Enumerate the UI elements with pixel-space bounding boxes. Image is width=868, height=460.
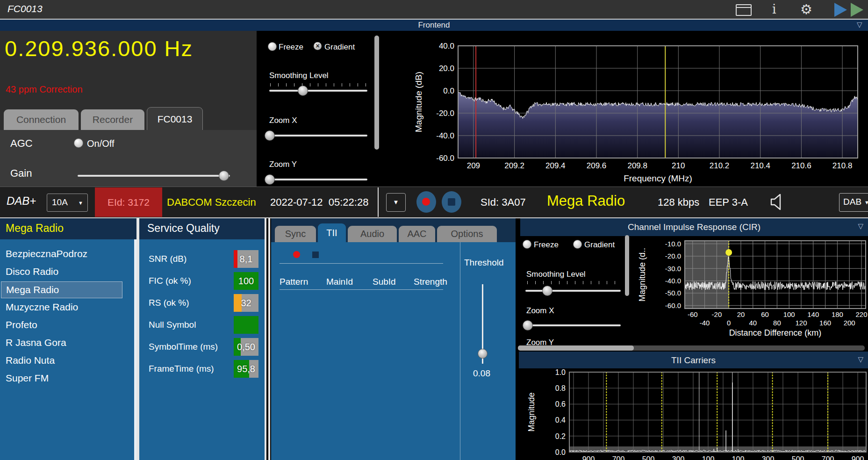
cir-zoom-x-slider-track	[525, 324, 621, 326]
cir-smoothing-slider-track	[525, 290, 621, 292]
svg-text:-10.0: -10.0	[665, 240, 681, 248]
tab-connection[interactable]: Connection	[4, 109, 79, 130]
frontend-header: Frontend ▽	[0, 20, 868, 31]
speaker-icon[interactable]	[769, 193, 784, 211]
agc-option-label: On/Off	[87, 138, 115, 149]
list-item[interactable]: Disco Radio	[3, 264, 123, 280]
window-title: FC0013	[7, 3, 43, 14]
list-item[interactable]: R Jasna Gora	[3, 335, 123, 351]
ensemble-id-badge: EId: 3172	[95, 187, 162, 217]
svg-text:100: 100	[783, 310, 795, 318]
zoom-x-label: Zoom X	[269, 116, 297, 125]
expert-view-icon[interactable]	[736, 4, 752, 16]
svg-text:-40.0: -40.0	[436, 131, 454, 140]
cir-freeze-radio[interactable]	[523, 240, 531, 249]
smoothing-slider-track	[269, 90, 367, 92]
tii-carriers-plot[interactable]: 1.00.80.60.40.20.09007005003001001003005…	[516, 368, 868, 460]
svg-text:-40.0: -40.0	[665, 277, 681, 285]
svg-text:700: 700	[822, 455, 834, 460]
gradient-checkbox[interactable]: ×	[314, 42, 322, 50]
gain-slider-handle[interactable]	[219, 171, 229, 181]
svg-text:Frequency (MHz): Frequency (MHz)	[624, 173, 692, 183]
tii-carriers-title: TII Carriers	[519, 355, 868, 366]
play-green-icon[interactable]	[851, 3, 863, 17]
stop-button[interactable]	[442, 191, 461, 213]
cir-gradient-radio[interactable]	[573, 240, 582, 249]
ppm-correction: 43 ppm Correction	[6, 84, 83, 95]
svg-text:210.8: 210.8	[832, 161, 853, 170]
svg-text:210.6: 210.6	[791, 161, 811, 170]
quality-bar: 95,8	[234, 360, 258, 378]
list-item[interactable]: BezpiecznaPodroz	[3, 246, 123, 262]
record-icon	[422, 198, 430, 206]
svg-text:209.2: 209.2	[504, 161, 524, 170]
quality-bar: 32	[234, 294, 258, 312]
quality-value	[234, 316, 258, 334]
quality-label: SNR (dB)	[149, 254, 187, 264]
channel-dropdown[interactable]: 10A ▼	[47, 194, 88, 212]
frontend-collapse-icon[interactable]: ▽	[857, 21, 862, 29]
output-dropdown[interactable]: DAB ▼	[839, 193, 868, 212]
tab-options[interactable]: Options	[437, 226, 497, 242]
freeze-label: Freeze	[279, 43, 303, 52]
list-item[interactable]: Profeto	[3, 317, 123, 333]
cir-title: Channel Impulse Response (CIR)	[520, 222, 868, 232]
panel-divider	[268, 218, 270, 460]
quality-bar: 100	[234, 272, 258, 290]
threshold-divider	[460, 242, 460, 460]
tii-carriers-collapse-icon[interactable]: ▽	[858, 355, 863, 364]
zoom-x-slider-handle[interactable]	[265, 130, 275, 141]
svg-text:-60.0: -60.0	[665, 302, 681, 309]
tab-sync[interactable]: Sync	[275, 226, 316, 242]
protection-label: EEP 3-A	[709, 196, 748, 208]
service-quality-title: Service Quality	[147, 222, 220, 235]
smoothing-slider-handle[interactable]	[298, 86, 308, 96]
zoom-y-slider-handle[interactable]	[265, 174, 275, 185]
list-item[interactable]: Mega Radio	[1, 281, 122, 298]
spectrum-plot[interactable]: 40.020.00.0-20.0-40.0-60.0209209.2209.42…	[402, 31, 868, 187]
cir-horizontal-scrollbar-handle[interactable]	[518, 345, 634, 351]
tab-aac[interactable]: AAC	[399, 226, 435, 242]
current-service-name: Mega Radio	[547, 193, 625, 209]
quality-row: SNR (dB)8,1	[139, 250, 265, 268]
output-value: DAB	[843, 197, 861, 207]
ensemble-name: DABCOM Szczecin	[167, 196, 256, 208]
svg-text:40: 40	[749, 319, 757, 327]
record-button[interactable]	[416, 191, 436, 213]
gradient-label: Gradient	[324, 43, 355, 52]
chevron-down-icon: ▼	[78, 200, 83, 206]
svg-text:-30.0: -30.0	[665, 265, 681, 273]
svg-text:210.4: 210.4	[750, 161, 770, 170]
recorder-dropdown-button[interactable]: ▼	[386, 193, 406, 212]
agc-radio[interactable]	[74, 138, 83, 148]
svg-text:1.0: 1.0	[555, 368, 566, 376]
list-item[interactable]: Muzyczne Radio	[3, 299, 123, 315]
cir-plot[interactable]: -10.0-20.0-30.0-40.0-50.0-60.0-60-202060…	[636, 234, 868, 346]
agc-label: AGC	[10, 137, 33, 150]
cir-zoom-x-slider-handle[interactable]	[523, 320, 533, 331]
tab-audio[interactable]: Audio	[348, 226, 397, 242]
tuner-panel: 0.209.936.000 Hz 43 ppm Correction Conne…	[0, 31, 257, 187]
tab-fc0013[interactable]: FC0013	[147, 107, 203, 130]
play-blue-icon[interactable]	[834, 3, 847, 17]
tii-stop-indicator[interactable]	[312, 252, 319, 258]
cir-smoothing-slider-handle[interactable]	[542, 286, 552, 296]
svg-text:Magnitude (dB): Magnitude (dB)	[414, 72, 423, 132]
info-icon[interactable]: i	[772, 2, 776, 16]
cir-controls-scrollbar[interactable]	[625, 235, 629, 296]
quality-value: 32	[234, 294, 258, 312]
quality-row: FrameTime (ms)95,8	[139, 360, 265, 378]
tii-record-indicator[interactable]	[293, 251, 300, 258]
cir-collapse-icon[interactable]: ▽	[858, 222, 863, 230]
settings-gear-icon[interactable]: ⚙	[800, 1, 812, 17]
list-item[interactable]: Super FM	[3, 370, 123, 386]
datetime-display: 2022-07-12 05:22:28	[270, 196, 368, 208]
tab-recorder[interactable]: Recorder	[81, 109, 144, 130]
spectrum-controls-scrollbar[interactable]	[374, 36, 379, 150]
list-item[interactable]: Radio Nuta	[3, 352, 123, 368]
threshold-slider-handle[interactable]	[478, 349, 488, 359]
freeze-radio[interactable]	[268, 42, 277, 51]
zoom-x-slider-track	[269, 135, 367, 137]
tab-tii[interactable]: TII	[318, 223, 346, 242]
svg-text:210: 210	[672, 161, 685, 170]
